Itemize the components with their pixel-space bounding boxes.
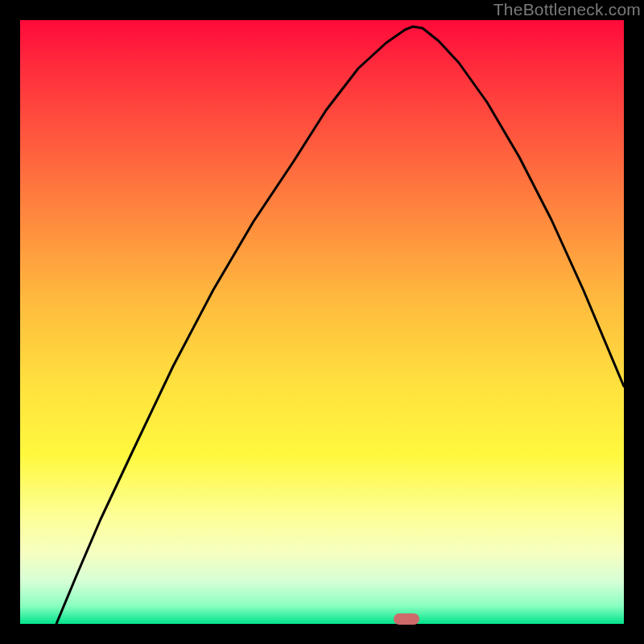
attribution-label: TheBottleneck.com xyxy=(493,0,641,19)
optimal-point-marker xyxy=(394,613,419,625)
chart-plot-area xyxy=(20,20,624,624)
bottleneck-curve xyxy=(20,20,624,624)
